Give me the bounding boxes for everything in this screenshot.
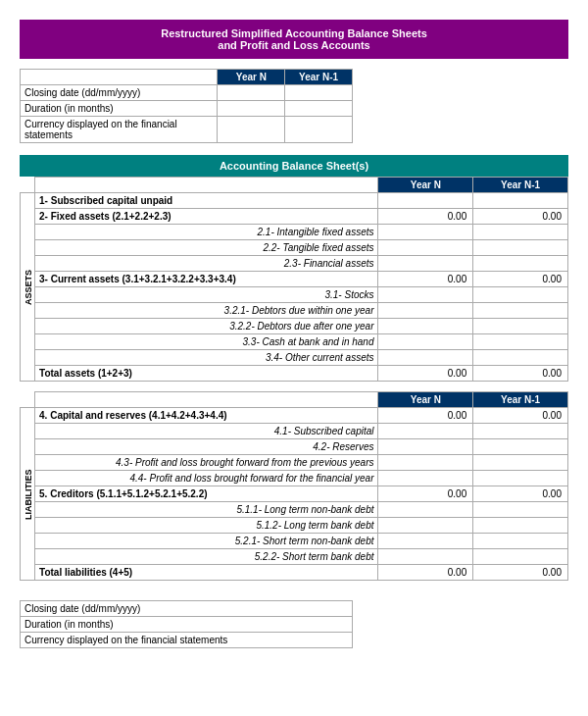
assets-row: 3- Current assets (3.1+3.2.1+3.2.2+3.3+3… (21, 272, 568, 287)
header-yearN1: Year N-1 (285, 70, 353, 85)
liabilities-row-yearN1 (473, 439, 568, 455)
assets-row-yearN (378, 225, 473, 240)
assets-row-label: 3- Current assets (3.1+3.2.1+3.2.2+3.3+3… (35, 272, 378, 287)
assets-row-yearN (378, 193, 473, 209)
liabilities-row: Total liabilities (4+5)0.000.00 (21, 565, 568, 581)
assets-row: 2.2- Tangible fixed assets (21, 240, 568, 256)
balance-sheet-header: Accounting Balance Sheet(s) (20, 155, 568, 177)
assets-row-yearN (378, 256, 473, 272)
info-row-yearN-header: Year N Year N-1 (21, 70, 353, 85)
assets-row-yearN (378, 319, 473, 334)
liabilities-row-yearN (378, 502, 473, 518)
assets-row-label: 3.2.2- Debtors due after one year (35, 319, 378, 334)
info-table-top: Year N Year N-1 Closing date (dd/mm/yyyy… (20, 69, 353, 143)
assets-row-label: 2.2- Tangible fixed assets (35, 240, 378, 256)
assets-yearN1-header: Year N-1 (473, 178, 568, 193)
liabilities-row: 4.4- Profit and loss brought forward for… (21, 471, 568, 486)
liabilities-yearN-header: Year N (378, 392, 473, 408)
assets-row-yearN1: 0.00 (473, 366, 568, 382)
assets-row-label: 2.3- Financial assets (35, 256, 378, 272)
assets-row-yearN1: 0.00 (473, 209, 568, 225)
liabilities-row-yearN1 (473, 455, 568, 471)
assets-row-yearN1 (473, 256, 568, 272)
liabilities-row-yearN: 0.00 (378, 408, 473, 424)
liabilities-row-yearN1 (473, 518, 568, 534)
liabilities-row: 4.1- Subscribed capital (21, 424, 568, 439)
liabilities-row-yearN (378, 518, 473, 534)
assets-row: 2.1- Intangible fixed assets (21, 225, 568, 240)
liabilities-row-label: 5.2.2- Short term bank debt (35, 549, 378, 565)
liabilities-row-yearN1: 0.00 (473, 565, 568, 581)
assets-row-yearN1 (473, 193, 568, 209)
liabilities-row-yearN: 0.00 (378, 486, 473, 502)
liabilities-row-yearN (378, 534, 473, 549)
assets-row-label: 3.4- Other current assets (35, 350, 378, 366)
liabilities-row: 5.2.1- Short term non-bank debt (21, 534, 568, 549)
assets-row: 3.2.1- Debtors due within one year (21, 303, 568, 319)
assets-row-yearN: 0.00 (378, 366, 473, 382)
assets-row-label: 2.1- Intangible fixed assets (35, 225, 378, 240)
assets-row-yearN: 0.00 (378, 209, 473, 225)
liabilities-row: 5.2.2- Short term bank debt (21, 549, 568, 565)
assets-row: 2- Fixed assets (2.1+2.2+2.3)0.000.00 (21, 209, 568, 225)
info-row-closing: Closing date (dd/mm/yyyy) (21, 85, 353, 101)
assets-row-yearN1 (473, 334, 568, 350)
assets-row-yearN1 (473, 319, 568, 334)
liabilities-row: 4.3- Profit and loss brought forward fro… (21, 455, 568, 471)
liabilities-header-row: Year N Year N-1 (21, 392, 568, 408)
liabilities-row-label: 5.1.2- Long term bank debt (35, 518, 378, 534)
liabilities-row: 5.1.2- Long term bank debt (21, 518, 568, 534)
info-table-bottom: Closing date (dd/mm/yyyy) Duration (in m… (20, 600, 353, 648)
liabilities-row-yearN1: 0.00 (473, 486, 568, 502)
liabilities-row-label: 5.2.1- Short term non-bank debt (35, 534, 378, 549)
liabilities-rotated-label: LIABILITIES (21, 408, 35, 581)
assets-row: 3.3- Cash at bank and in hand (21, 334, 568, 350)
assets-rotated-label: ASSETS (21, 193, 35, 382)
info-row-duration: Duration (in months) (21, 101, 353, 117)
liabilities-row-label: 4.1- Subscribed capital (35, 424, 378, 439)
liabilities-row-yearN: 0.00 (378, 565, 473, 581)
liabilities-row-yearN1 (473, 549, 568, 565)
assets-header-row: Year N Year N-1 (21, 178, 568, 193)
assets-row-yearN1 (473, 225, 568, 240)
assets-row: 3.4- Other current assets (21, 350, 568, 366)
assets-row-yearN (378, 350, 473, 366)
assets-row-yearN1 (473, 287, 568, 303)
liabilities-row-yearN (378, 439, 473, 455)
liabilities-row-label: 5.1.1- Long term non-bank debt (35, 502, 378, 518)
info-row-duration-b: Duration (in months) (21, 617, 353, 633)
assets-row: ASSETS1- Subscribed capital unpaid (21, 193, 568, 209)
liabilities-row-yearN1: 0.00 (473, 408, 568, 424)
assets-row-yearN: 0.00 (378, 272, 473, 287)
assets-row-yearN1 (473, 350, 568, 366)
liabilities-row-yearN (378, 424, 473, 439)
assets-row-label: Total assets (1+2+3) (35, 366, 378, 382)
liabilities-row-label: 5. Creditors (5.1.1+5.1.2+5.2.1+5.2.2) (35, 486, 378, 502)
header-yearN: Year N (218, 70, 285, 85)
liabilities-row-yearN1 (473, 424, 568, 439)
liabilities-row-yearN (378, 471, 473, 486)
assets-row-label: 1- Subscribed capital unpaid (35, 193, 378, 209)
info-row-currency-b: Currency displayed on the financial stat… (21, 633, 353, 648)
liabilities-row-yearN1 (473, 502, 568, 518)
assets-table: Year N Year N-1 ASSETS1- Subscribed capi… (20, 177, 568, 382)
liabilities-row-label: 4. Capital and reserves (4.1+4.2+4.3+4.4… (35, 408, 378, 424)
assets-row: 2.3- Financial assets (21, 256, 568, 272)
liabilities-row: LIABILITIES4. Capital and reserves (4.1+… (21, 408, 568, 424)
liabilities-yearN1-header: Year N-1 (473, 392, 568, 408)
assets-row-yearN1 (473, 303, 568, 319)
assets-row-yearN (378, 303, 473, 319)
liabilities-row-yearN (378, 455, 473, 471)
liabilities-row-yearN1 (473, 534, 568, 549)
info-row-closing-b: Closing date (dd/mm/yyyy) (21, 601, 353, 617)
liabilities-row: 4.2- Reserves (21, 439, 568, 455)
assets-row: 3.1- Stocks (21, 287, 568, 303)
main-title: Restructured Simplified Accounting Balan… (20, 20, 568, 59)
liabilities-row-label: 4.4- Profit and loss brought forward for… (35, 471, 378, 486)
assets-row-yearN1 (473, 240, 568, 256)
liabilities-row-yearN (378, 549, 473, 565)
info-row-currency: Currency displayed on the financial stat… (21, 117, 353, 143)
assets-row-label: 3.1- Stocks (35, 287, 378, 303)
assets-row-yearN1: 0.00 (473, 272, 568, 287)
liabilities-row-label: Total liabilities (4+5) (35, 565, 378, 581)
